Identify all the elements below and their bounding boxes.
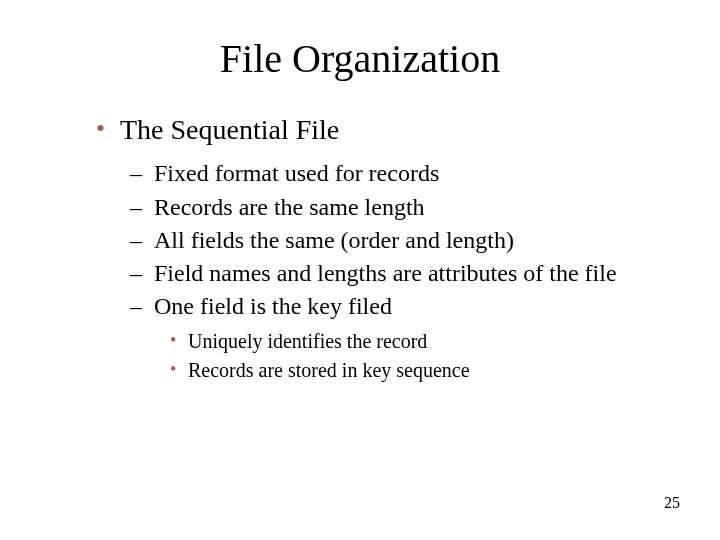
list-item-text: Uniquely identifies the record: [188, 330, 427, 352]
list-item-text: One field is the key filed: [154, 293, 392, 319]
list-item: The Sequential File Fixed format used fo…: [120, 112, 660, 384]
list-item: One field is the key filed Uniquely iden…: [150, 291, 660, 384]
list-item: Uniquely identifies the record: [188, 328, 660, 355]
bullet-list-level1: The Sequential File Fixed format used fo…: [60, 112, 660, 384]
list-item: Records are stored in key sequence: [188, 357, 660, 384]
list-item: All fields the same (order and length): [150, 225, 660, 256]
list-item-text: Fixed format used for records: [154, 160, 439, 186]
list-item-text: Records are stored in key sequence: [188, 359, 470, 381]
page-number: 25: [664, 494, 680, 512]
list-item-text: The Sequential File: [120, 114, 339, 145]
list-item: Fixed format used for records: [150, 158, 660, 189]
list-item: Records are the same length: [150, 192, 660, 223]
list-item: Field names and lengths are attributes o…: [150, 258, 660, 289]
list-item-text: All fields the same (order and length): [154, 227, 514, 253]
list-item-text: Records are the same length: [154, 194, 425, 220]
slide-title: File Organization: [60, 35, 660, 82]
bullet-list-level3: Uniquely identifies the record Records a…: [154, 328, 660, 384]
bullet-list-level2: Fixed format used for records Records ar…: [120, 158, 660, 384]
slide: File Organization The Sequential File Fi…: [0, 0, 720, 540]
list-item-text: Field names and lengths are attributes o…: [154, 260, 617, 286]
